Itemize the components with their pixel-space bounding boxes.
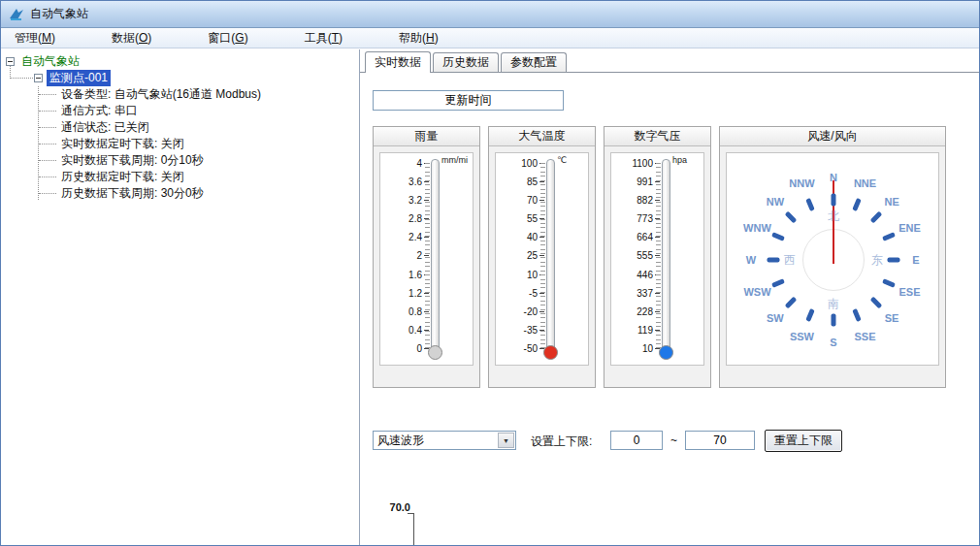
compass-cn-S: 南 — [828, 296, 839, 312]
tick-label: 100 — [521, 158, 538, 169]
prop-device-type[interactable]: 设备类型: 自动气象站(16通道 Modbus) — [1, 86, 359, 103]
gauge-title: 风速/风向 — [720, 127, 945, 146]
compass-cn-N: 北 — [828, 209, 839, 225]
compass-label-ENE: ENE — [898, 222, 921, 234]
compass-label-NNE: NNE — [854, 177, 876, 189]
tree-root[interactable]: 自动气象站 — [1, 53, 359, 70]
tick-label: 0.8 — [408, 306, 422, 317]
thermometer: ℃100857055402510-5-20-35-50 — [495, 152, 589, 366]
menu-data[interactable]: 数据(O) — [102, 28, 161, 48]
realtime-content: 更新时间 雨量mm/mi43.63.22.82.421.61.20.80.40大… — [360, 73, 979, 545]
tick-label: 555 — [637, 250, 653, 261]
compass-tick-SSW — [805, 308, 815, 322]
tab-strip: 实时数据历史数据参数配置 — [360, 51, 979, 73]
tick-label: 337 — [637, 288, 653, 299]
compass-tick-NNE — [852, 198, 862, 211]
chart-y-axis — [413, 513, 414, 545]
tick-label: 991 — [637, 177, 653, 187]
tick-label: 40 — [527, 232, 538, 242]
tick-label: -35 — [524, 325, 538, 336]
menu-tools[interactable]: 工具(T) — [295, 28, 352, 48]
wind-compass: NNNENEENEEESESESSESSSWSWWSWWWNWNWNNW北东南西 — [726, 152, 939, 366]
tree-guide-line — [38, 86, 39, 200]
prop-history-period[interactable]: 历史数据下载周期: 30分0秒 — [1, 185, 359, 202]
update-time-label: 更新时间 — [445, 92, 492, 109]
waveform-selected-value: 风速波形 — [374, 433, 498, 449]
prop-realtime-download[interactable]: 实时数据定时下载: 关闭 — [1, 136, 359, 152]
tick-label: 4 — [416, 158, 422, 169]
collapse-icon[interactable] — [6, 57, 15, 66]
gauge-title: 数字气压 — [604, 127, 710, 146]
lower-limit-input[interactable] — [610, 431, 663, 450]
dropdown-arrow-icon[interactable]: ▼ — [498, 433, 514, 448]
compass-cn-W: 西 — [784, 252, 796, 269]
tick-label: 2 — [416, 250, 422, 261]
menu-bar: 管理(M)数据(O)窗口(G)工具(T)帮助(H) — [1, 28, 979, 48]
thermometer-bulb — [428, 345, 442, 360]
waveform-select[interactable]: 风速波形 ▼ — [373, 431, 516, 450]
compass-tick-SW — [785, 296, 798, 308]
prop-realtime-period[interactable]: 实时数据下载周期: 0分10秒 — [1, 152, 359, 169]
update-time-button[interactable]: 更新时间 — [373, 90, 564, 111]
window-title: 自动气象站 — [30, 6, 88, 22]
tick-scale: 100857055402510-5-20-35-50 — [496, 157, 544, 355]
compass-label-SSW: SSW — [790, 331, 814, 342]
tick-label: 2.8 — [408, 213, 422, 224]
tick-label: -50 — [524, 343, 538, 354]
compass-cn-E: 东 — [871, 252, 883, 269]
tick-label: 10 — [527, 270, 538, 280]
thermometer-tube — [431, 159, 440, 350]
compass-tick-N — [832, 194, 836, 207]
compass-tick-WNW — [771, 232, 785, 241]
tick-label: 664 — [637, 232, 653, 242]
prop-comm-status[interactable]: 通信状态: 已关闭 — [1, 119, 359, 136]
menu-window[interactable]: 窗口(G) — [198, 28, 257, 48]
compass-label-E: E — [912, 254, 919, 266]
tree-node-station[interactable]: 监测点-001 — [1, 70, 359, 86]
main-panel: 实时数据历史数据参数配置 更新时间 雨量mm/mi43.63.22.82.421… — [360, 49, 979, 545]
tab-realtime-data[interactable]: 实时数据 — [365, 51, 431, 73]
thermometer-bulb — [543, 345, 558, 360]
compass-face: NNNENEENEEESESESSESSSWSWWSWWWNWNWNNW北东南西 — [727, 153, 938, 365]
collapse-icon[interactable] — [34, 74, 43, 82]
thermometer: hpa110099188277366455544633722811910 — [610, 152, 704, 366]
compass-label-SW: SW — [767, 312, 784, 324]
tick-label: 25 — [527, 250, 538, 261]
tick-label: 228 — [637, 306, 653, 317]
compass-tick-SSE — [852, 308, 862, 322]
controls-row: 风速波形 ▼ 设置上下限: ~ 重置上下限 — [373, 430, 877, 453]
menu-help[interactable]: 帮助(H) — [389, 28, 448, 48]
compass-label-WSW: WSW — [743, 286, 770, 298]
upper-limit-input[interactable] — [685, 431, 755, 450]
compass-label-ESE: ESE — [899, 286, 921, 298]
main-split: 自动气象站 监测点-001 设备类型: 自动气象站(16通道 Modbus)通信… — [1, 49, 979, 545]
waveform-chart: 70.0 — [360, 490, 979, 545]
tab-history-data[interactable]: 历史数据 — [433, 52, 499, 72]
tick-label: 446 — [637, 270, 653, 280]
prop-history-download[interactable]: 历史数据定时下载: 关闭 — [1, 169, 359, 185]
chart-y-max-label: 70.0 — [376, 501, 410, 513]
reset-limits-button[interactable]: 重置上下限 — [765, 430, 842, 452]
tree-root-label[interactable]: 自动气象站 — [18, 53, 82, 70]
thermometer-tube — [662, 159, 670, 350]
compass-label-WNW: WNW — [743, 222, 771, 234]
limits-label: 设置上下限: — [531, 434, 592, 450]
compass-label-N: N — [830, 172, 837, 183]
tree-station-label[interactable]: 监测点-001 — [47, 70, 111, 86]
tick-label: 0.4 — [408, 325, 422, 336]
tick-label: 10 — [642, 343, 653, 354]
tick-label: 1.2 — [408, 288, 422, 299]
gauge-panel-rain: 雨量mm/mi43.63.22.82.421.61.20.80.40 — [373, 126, 480, 388]
device-tree-panel: 自动气象站 监测点-001 设备类型: 自动气象站(16通道 Modbus)通信… — [1, 49, 360, 545]
thermometer-tube — [546, 159, 555, 350]
prop-comm-mode[interactable]: 通信方式: 串口 — [1, 103, 359, 119]
tab-param-config[interactable]: 参数配置 — [501, 52, 567, 72]
tree-properties: 设备类型: 自动气象站(16通道 Modbus)通信方式: 串口通信状态: 已关… — [1, 86, 359, 202]
compass-label-W: W — [746, 254, 756, 266]
app-icon — [9, 7, 24, 22]
compass-tick-SE — [869, 296, 882, 308]
menu-manage[interactable]: 管理(M) — [5, 28, 65, 48]
range-separator: ~ — [670, 434, 677, 447]
unit-label: ℃ — [557, 155, 567, 165]
title-bar[interactable]: 自动气象站 — [1, 1, 979, 28]
